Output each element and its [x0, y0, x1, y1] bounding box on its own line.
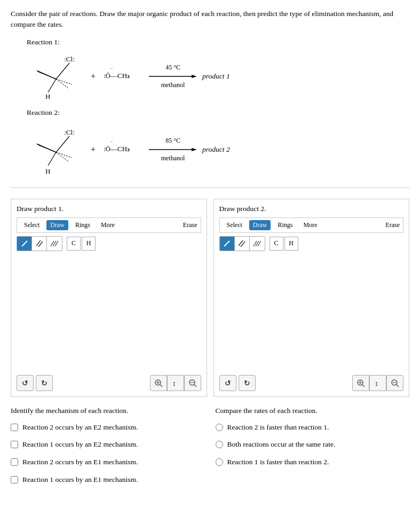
- svg-line-13: [56, 136, 69, 152]
- rate-option-2-label: Both reactions occur at the same rate.: [227, 440, 336, 450]
- rate-option-1-label: Reaction 2 is faster than reaction 1.: [227, 423, 329, 433]
- reaction-1-section: Reaction 1: :Cl: H + :Ö—CH₃: [11, 38, 409, 103]
- svg-line-45: [362, 385, 364, 387]
- hydrogen-btn-2[interactable]: H: [284, 237, 298, 251]
- draw-panel-2-title: Draw product 2.: [219, 205, 404, 213]
- element-btns-1: C H: [67, 237, 96, 251]
- rate-radio-2[interactable]: [216, 441, 223, 448]
- svg-line-24: [22, 241, 27, 246]
- mechanism-checkbox-3[interactable]: [11, 458, 18, 466]
- mechanism-option-1-label: Reaction 2 occurs by an E2 mechanism.: [22, 423, 138, 433]
- more-btn-2[interactable]: More: [300, 220, 321, 230]
- zoom-reset-btn-1[interactable]: ↕: [167, 375, 184, 391]
- methoxide-2: :Ö—CH₃ ··: [101, 136, 144, 163]
- erase-btn-2[interactable]: Erase: [385, 221, 400, 229]
- rate-option-1-row: Reaction 2 is faster than reaction 1.: [216, 423, 410, 433]
- reaction-2-arrow: 85 °C methanol: [149, 137, 197, 162]
- mechanism-col: Identify the mechanism of each reaction.…: [11, 407, 205, 493]
- reaction-2-label: Reaction 2:: [27, 108, 409, 117]
- select-btn-2[interactable]: Select: [223, 220, 246, 230]
- draw-canvas-1[interactable]: [17, 253, 201, 371]
- toolbar-2: Select Draw Rings More Erase: [219, 217, 404, 233]
- double-bond-btn-1[interactable]: [32, 237, 47, 251]
- reaction-1-label: Reaction 1:: [27, 38, 409, 46]
- product-1-label: product 1: [202, 72, 230, 81]
- zoom-btns-1: ↕: [150, 375, 201, 391]
- reaction-2-section: Reaction 2: :Cl: H + :Ö—CH₃ ·· 85 °C met…: [11, 108, 409, 179]
- svg-line-15: [48, 152, 56, 166]
- molecule-1-structure: :Cl: H: [27, 50, 85, 103]
- rings-btn-2[interactable]: Rings: [274, 220, 296, 230]
- divider: [11, 188, 409, 188]
- reaction-1-temp: 45 °C: [165, 64, 180, 72]
- undo-redo-2: ↺ ↻: [219, 375, 256, 391]
- svg-marker-16: [36, 143, 56, 152]
- svg-text:··: ··: [110, 139, 113, 144]
- zoom-reset-btn-2[interactable]: ↕: [369, 375, 386, 391]
- triple-bond-btn-2[interactable]: [250, 237, 265, 251]
- svg-line-1: [56, 63, 69, 79]
- rate-radio-1[interactable]: [216, 424, 223, 431]
- product-2-label: product 2: [202, 145, 230, 154]
- single-bond-btn-2[interactable]: [220, 237, 235, 251]
- svg-line-50: [397, 385, 399, 387]
- mechanism-option-4-row: Reaction 1 occurs by an E1 mechanism.: [11, 475, 205, 485]
- reaction-1-solvent: methanol: [161, 81, 185, 89]
- zoom-in-btn-2[interactable]: [352, 375, 369, 391]
- mechanism-option-4-label: Reaction 1 occurs by an E1 mechanism.: [22, 475, 138, 485]
- zoom-out-btn-1[interactable]: [184, 375, 201, 391]
- select-btn-1[interactable]: Select: [20, 220, 43, 230]
- undo-redo-1: ↺ ↻: [17, 375, 53, 391]
- rate-option-3-row: Reaction 1 is faster than reaction 2.: [216, 457, 410, 467]
- zoom-btns-2: ↕: [352, 375, 403, 391]
- zoom-in-btn-1[interactable]: [150, 375, 167, 391]
- redo-btn-1[interactable]: ↻: [36, 375, 53, 391]
- mechanism-checkbox-4[interactable]: [11, 476, 18, 483]
- toolbar-1: Select Draw Rings More Erase: [17, 217, 201, 233]
- mechanism-option-2-row: Reaction 1 occurs by an E2 mechanism.: [11, 440, 205, 450]
- mechanism-checkbox-1[interactable]: [11, 424, 18, 431]
- redo-btn-2[interactable]: ↻: [239, 375, 256, 391]
- carbon-btn-1[interactable]: C: [67, 237, 81, 251]
- panel-footer-1: ↺ ↻ ↕: [17, 375, 201, 391]
- methoxide-1: :Ö—CH₃ ··: [101, 63, 144, 90]
- more-btn-1[interactable]: More: [97, 220, 118, 230]
- double-bond-btn-2[interactable]: [235, 237, 250, 251]
- draw-canvas-2[interactable]: [219, 253, 404, 371]
- svg-line-3: [48, 79, 56, 92]
- svg-line-19: [56, 152, 68, 161]
- mechanism-option-2-label: Reaction 1 occurs by an E2 mechanism.: [22, 440, 138, 450]
- questions-row: Identify the mechanism of each reaction.…: [11, 407, 409, 493]
- hydrogen-btn-1[interactable]: H: [82, 237, 96, 251]
- single-bond-btn-1[interactable]: [17, 237, 32, 251]
- plus-sign-1: +: [91, 72, 96, 81]
- svg-marker-23: [192, 148, 197, 151]
- svg-line-2: [56, 79, 72, 84]
- reaction-1-arrow: 45 °C methanol: [149, 64, 197, 89]
- draw-panel-2: Draw product 2. Select Draw Rings More E…: [213, 199, 410, 397]
- carbon-btn-2[interactable]: C: [270, 237, 283, 251]
- mechanism-option-3-row: Reaction 2 occurs by an E1 mechanism.: [11, 457, 205, 467]
- draw-btn-1[interactable]: Draw: [46, 220, 68, 230]
- rate-option-2-row: Both reactions occur at the same rate.: [216, 440, 410, 450]
- draw-btn-2[interactable]: Draw: [249, 220, 271, 230]
- zoom-out-btn-2[interactable]: [386, 375, 403, 391]
- svg-line-31: [160, 385, 162, 387]
- plus-sign-2: +: [91, 145, 96, 154]
- reaction-2-temp: 85 °C: [165, 137, 180, 145]
- rate-radio-3[interactable]: [216, 458, 223, 466]
- svg-text::Cl:: :Cl:: [64, 128, 75, 136]
- drawing-panels: Draw product 1. Select Draw Rings More E…: [11, 199, 409, 397]
- svg-text::Cl:: :Cl:: [64, 55, 75, 63]
- undo-btn-1[interactable]: ↺: [17, 375, 34, 391]
- rings-btn-1[interactable]: Rings: [72, 220, 94, 230]
- svg-line-36: [194, 385, 196, 387]
- rate-col: Compare the rates of each reaction. Reac…: [216, 407, 410, 493]
- triple-bond-btn-1[interactable]: [47, 237, 62, 251]
- mechanism-checkbox-2[interactable]: [11, 441, 18, 448]
- erase-btn-1[interactable]: Erase: [183, 221, 197, 229]
- mechanism-title: Identify the mechanism of each reaction.: [11, 407, 205, 415]
- undo-btn-2[interactable]: ↺: [219, 375, 236, 391]
- draw-panel-1-title: Draw product 1.: [17, 205, 201, 213]
- rate-title: Compare the rates of each reaction.: [216, 407, 410, 415]
